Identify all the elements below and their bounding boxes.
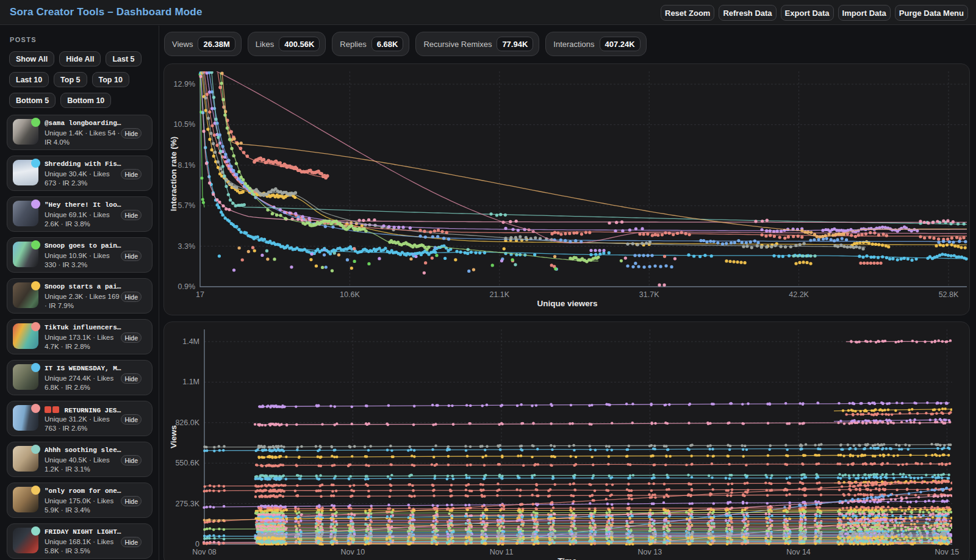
svg-text:275.3K: 275.3K [175, 500, 199, 508]
svg-text:3.3%: 3.3% [178, 242, 196, 251]
svg-text:826.0K: 826.0K [175, 418, 199, 427]
svg-text:Interaction rate (%): Interaction rate (%) [169, 137, 178, 211]
svg-text:Nov 14: Nov 14 [786, 548, 811, 556]
svg-text:10.6K: 10.6K [340, 290, 360, 299]
svg-text:17: 17 [196, 290, 204, 299]
svg-text:12.9%: 12.9% [174, 80, 195, 88]
svg-text:Nov 08: Nov 08 [192, 548, 217, 556]
svg-text:1.1M: 1.1M [182, 378, 199, 386]
svg-text:1.4M: 1.4M [182, 337, 199, 346]
svg-text:Nov 11: Nov 11 [490, 548, 514, 556]
svg-text:10.5%: 10.5% [174, 120, 195, 129]
svg-text:Nov 15: Nov 15 [935, 548, 960, 556]
svg-text:31.7K: 31.7K [639, 290, 659, 299]
svg-text:Nov 13: Nov 13 [638, 548, 662, 556]
svg-text:0.9%: 0.9% [178, 282, 196, 291]
svg-text:Time: Time [558, 556, 577, 560]
svg-text:Unique viewers: Unique viewers [537, 299, 597, 308]
svg-text:52.8K: 52.8K [939, 290, 959, 299]
svg-text:8.1%: 8.1% [178, 161, 196, 170]
svg-text:21.1K: 21.1K [489, 290, 509, 299]
svg-text:Views: Views [169, 425, 178, 448]
svg-text:42.2K: 42.2K [789, 290, 809, 299]
svg-text:5.7%: 5.7% [178, 201, 196, 210]
svg-text:Nov 10: Nov 10 [341, 548, 365, 556]
svg-text:550.6K: 550.6K [175, 459, 199, 467]
